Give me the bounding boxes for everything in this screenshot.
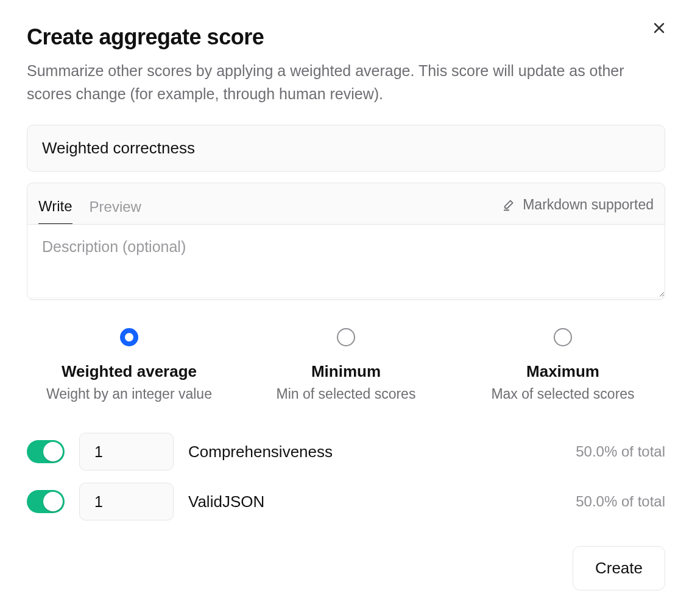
score-percent: 50.0% of total xyxy=(576,493,665,510)
score-percent: 50.0% of total xyxy=(576,443,665,460)
description-container: Write Preview Markdown supported xyxy=(27,183,665,300)
tab-preview[interactable]: Preview xyxy=(90,192,141,224)
radio-icon xyxy=(554,328,572,346)
radio-subtitle: Max of selected scores xyxy=(461,386,665,402)
close-button[interactable] xyxy=(649,18,669,40)
weight-input-validjson[interactable] xyxy=(79,483,174,520)
score-row: Comprehensiveness 50.0% of total xyxy=(27,433,665,471)
toggle-comprehensiveness[interactable] xyxy=(27,440,65,463)
tab-write[interactable]: Write xyxy=(38,192,72,225)
radio-maximum[interactable]: Maximum Max of selected scores xyxy=(461,328,665,402)
radio-title: Minimum xyxy=(244,362,448,381)
weight-input-comprehensiveness[interactable] xyxy=(79,433,174,471)
score-label: ValidJSON xyxy=(188,492,561,511)
dialog-subtitle: Summarize other scores by applying a wei… xyxy=(27,60,648,105)
create-button[interactable]: Create xyxy=(573,546,665,590)
toggle-knob xyxy=(43,492,63,511)
radio-minimum[interactable]: Minimum Min of selected scores xyxy=(244,328,448,402)
highlighter-icon xyxy=(503,198,517,212)
radio-weighted-average[interactable]: Weighted average Weight by an integer va… xyxy=(27,328,231,402)
toggle-validjson[interactable] xyxy=(27,490,65,513)
dialog-footer: Create xyxy=(27,546,665,590)
description-tabs: Write Preview Markdown supported xyxy=(27,183,665,224)
radio-subtitle: Min of selected scores xyxy=(244,386,448,402)
radio-subtitle: Weight by an integer value xyxy=(27,386,231,402)
score-row: ValidJSON 50.0% of total xyxy=(27,483,665,520)
markdown-hint: Markdown supported xyxy=(503,197,654,219)
score-name-input[interactable] xyxy=(27,125,665,172)
score-label: Comprehensiveness xyxy=(188,443,561,461)
radio-title: Maximum xyxy=(461,362,665,381)
description-input[interactable] xyxy=(27,224,665,297)
radio-title: Weighted average xyxy=(27,362,231,381)
toggle-knob xyxy=(43,442,63,461)
dialog-title: Create aggregate score xyxy=(27,24,665,50)
close-icon xyxy=(652,21,666,35)
radio-icon xyxy=(337,328,355,346)
radio-icon xyxy=(120,328,138,346)
aggregation-options: Weighted average Weight by an integer va… xyxy=(27,328,665,402)
